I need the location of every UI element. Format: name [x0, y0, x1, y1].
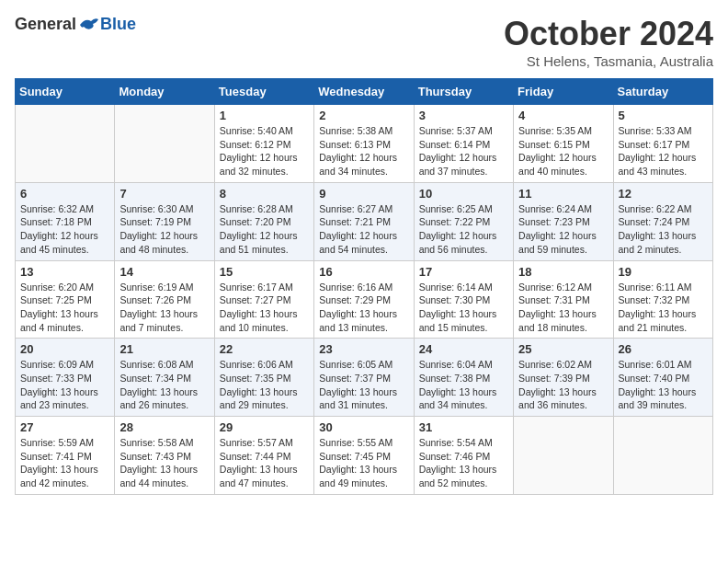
day-number: 11: [518, 187, 608, 201]
title-section: October 2024 St Helens, Tasmania, Austra…: [504, 15, 713, 69]
calendar-cell: 30Sunrise: 5:55 AM Sunset: 7:45 PM Dayli…: [314, 417, 414, 495]
calendar-cell: 3Sunrise: 5:37 AM Sunset: 6:14 PM Daylig…: [414, 105, 513, 183]
day-info: Sunrise: 5:37 AM Sunset: 6:14 PM Dayligh…: [419, 124, 508, 178]
column-header-thursday: Thursday: [414, 79, 513, 105]
day-number: 9: [319, 187, 408, 201]
calendar-cell: 20Sunrise: 6:09 AM Sunset: 7:33 PM Dayli…: [16, 339, 115, 417]
day-number: 5: [619, 109, 708, 122]
day-info: Sunrise: 5:57 AM Sunset: 7:44 PM Dayligh…: [220, 436, 309, 490]
calendar-cell: 19Sunrise: 6:11 AM Sunset: 7:32 PM Dayli…: [613, 260, 712, 339]
day-info: Sunrise: 5:59 AM Sunset: 7:41 PM Dayligh…: [20, 436, 109, 490]
day-number: 8: [220, 187, 309, 201]
day-info: Sunrise: 6:04 AM Sunset: 7:38 PM Dayligh…: [419, 358, 508, 412]
calendar-cell: 14Sunrise: 6:19 AM Sunset: 7:26 PM Dayli…: [115, 260, 214, 339]
calendar-cell: 31Sunrise: 5:54 AM Sunset: 7:46 PM Dayli…: [414, 417, 513, 495]
day-number: 15: [220, 265, 309, 279]
day-number: 31: [419, 420, 508, 434]
calendar-cell: 28Sunrise: 5:58 AM Sunset: 7:43 PM Dayli…: [115, 417, 214, 495]
day-info: Sunrise: 6:27 AM Sunset: 7:21 PM Dayligh…: [319, 202, 408, 257]
calendar-week-row: 20Sunrise: 6:09 AM Sunset: 7:33 PM Dayli…: [16, 339, 713, 417]
calendar-cell: 5Sunrise: 5:33 AM Sunset: 6:17 PM Daylig…: [613, 105, 712, 183]
day-number: 6: [20, 187, 109, 201]
day-info: Sunrise: 6:28 AM Sunset: 7:20 PM Dayligh…: [220, 202, 309, 257]
calendar-cell: [16, 105, 115, 183]
calendar-cell: 13Sunrise: 6:20 AM Sunset: 7:25 PM Dayli…: [16, 260, 115, 339]
day-info: Sunrise: 5:33 AM Sunset: 6:17 PM Dayligh…: [619, 124, 708, 178]
day-info: Sunrise: 6:24 AM Sunset: 7:23 PM Dayligh…: [518, 202, 608, 257]
day-number: 3: [419, 109, 508, 122]
calendar-header-row: SundayMondayTuesdayWednesdayThursdayFrid…: [16, 79, 713, 105]
calendar-cell: 16Sunrise: 6:16 AM Sunset: 7:29 PM Dayli…: [314, 260, 414, 339]
day-number: 2: [319, 109, 408, 122]
day-number: 16: [319, 265, 408, 279]
calendar-table: SundayMondayTuesdayWednesdayThursdayFrid…: [15, 78, 713, 495]
day-number: 23: [319, 342, 408, 356]
calendar-cell: 11Sunrise: 6:24 AM Sunset: 7:23 PM Dayli…: [514, 182, 613, 260]
day-info: Sunrise: 5:54 AM Sunset: 7:46 PM Dayligh…: [419, 436, 508, 490]
day-info: Sunrise: 6:22 AM Sunset: 7:24 PM Dayligh…: [619, 202, 708, 257]
logo: General Blue: [15, 15, 136, 34]
day-info: Sunrise: 6:09 AM Sunset: 7:33 PM Dayligh…: [20, 358, 109, 412]
column-header-saturday: Saturday: [613, 79, 712, 105]
location-subtitle: St Helens, Tasmania, Australia: [504, 53, 713, 69]
day-number: 1: [220, 109, 309, 122]
month-title: October 2024: [504, 15, 713, 53]
calendar-cell: 9Sunrise: 6:27 AM Sunset: 7:21 PM Daylig…: [314, 182, 414, 260]
logo-blue-text: Blue: [100, 15, 136, 34]
day-number: 28: [119, 420, 209, 434]
day-info: Sunrise: 6:20 AM Sunset: 7:25 PM Dayligh…: [20, 281, 109, 335]
day-number: 26: [619, 342, 708, 356]
calendar-cell: 26Sunrise: 6:01 AM Sunset: 7:40 PM Dayli…: [613, 339, 712, 417]
calendar-week-row: 27Sunrise: 5:59 AM Sunset: 7:41 PM Dayli…: [16, 417, 713, 495]
day-number: 7: [119, 187, 209, 201]
calendar-cell: 27Sunrise: 5:59 AM Sunset: 7:41 PM Dayli…: [16, 417, 115, 495]
day-info: Sunrise: 5:55 AM Sunset: 7:45 PM Dayligh…: [319, 436, 408, 490]
calendar-cell: 7Sunrise: 6:30 AM Sunset: 7:19 PM Daylig…: [115, 182, 214, 260]
calendar-cell: 10Sunrise: 6:25 AM Sunset: 7:22 PM Dayli…: [414, 182, 513, 260]
day-info: Sunrise: 5:40 AM Sunset: 6:12 PM Dayligh…: [220, 124, 309, 178]
day-info: Sunrise: 6:25 AM Sunset: 7:22 PM Dayligh…: [419, 202, 508, 257]
day-number: 17: [419, 265, 508, 279]
day-info: Sunrise: 6:11 AM Sunset: 7:32 PM Dayligh…: [619, 281, 708, 335]
day-info: Sunrise: 6:05 AM Sunset: 7:37 PM Dayligh…: [319, 358, 408, 412]
calendar-cell: [613, 417, 712, 495]
day-info: Sunrise: 5:58 AM Sunset: 7:43 PM Dayligh…: [119, 436, 209, 490]
day-info: Sunrise: 6:30 AM Sunset: 7:19 PM Dayligh…: [119, 202, 209, 257]
day-number: 25: [518, 342, 608, 356]
day-number: 12: [619, 187, 708, 201]
column-header-friday: Friday: [514, 79, 613, 105]
calendar-cell: 4Sunrise: 5:35 AM Sunset: 6:15 PM Daylig…: [514, 105, 613, 183]
day-info: Sunrise: 6:17 AM Sunset: 7:27 PM Dayligh…: [220, 281, 309, 335]
calendar-cell: [514, 417, 613, 495]
calendar-cell: 29Sunrise: 5:57 AM Sunset: 7:44 PM Dayli…: [214, 417, 313, 495]
day-number: 29: [220, 420, 309, 434]
calendar-cell: [115, 105, 214, 183]
day-info: Sunrise: 6:01 AM Sunset: 7:40 PM Dayligh…: [619, 358, 708, 412]
page-header: General Blue October 2024 St Helens, Tas…: [15, 15, 713, 69]
calendar-cell: 21Sunrise: 6:08 AM Sunset: 7:34 PM Dayli…: [115, 339, 214, 417]
day-number: 18: [518, 265, 608, 279]
calendar-cell: 17Sunrise: 6:14 AM Sunset: 7:30 PM Dayli…: [414, 260, 513, 339]
calendar-cell: 22Sunrise: 6:06 AM Sunset: 7:35 PM Dayli…: [214, 339, 313, 417]
calendar-week-row: 6Sunrise: 6:32 AM Sunset: 7:18 PM Daylig…: [16, 182, 713, 260]
column-header-monday: Monday: [115, 79, 214, 105]
day-number: 22: [220, 342, 309, 356]
day-info: Sunrise: 6:12 AM Sunset: 7:31 PM Dayligh…: [518, 281, 608, 335]
day-info: Sunrise: 6:32 AM Sunset: 7:18 PM Dayligh…: [20, 202, 109, 257]
day-info: Sunrise: 6:14 AM Sunset: 7:30 PM Dayligh…: [419, 281, 508, 335]
calendar-cell: 8Sunrise: 6:28 AM Sunset: 7:20 PM Daylig…: [214, 182, 313, 260]
calendar-cell: 6Sunrise: 6:32 AM Sunset: 7:18 PM Daylig…: [16, 182, 115, 260]
calendar-cell: 23Sunrise: 6:05 AM Sunset: 7:37 PM Dayli…: [314, 339, 414, 417]
column-header-tuesday: Tuesday: [214, 79, 313, 105]
day-number: 21: [119, 342, 209, 356]
day-info: Sunrise: 5:35 AM Sunset: 6:15 PM Dayligh…: [518, 124, 608, 178]
calendar-week-row: 13Sunrise: 6:20 AM Sunset: 7:25 PM Dayli…: [16, 260, 713, 339]
day-number: 30: [319, 420, 408, 434]
day-number: 4: [518, 109, 608, 122]
column-header-sunday: Sunday: [16, 79, 115, 105]
calendar-cell: 24Sunrise: 6:04 AM Sunset: 7:38 PM Dayli…: [414, 339, 513, 417]
day-number: 19: [619, 265, 708, 279]
day-info: Sunrise: 6:19 AM Sunset: 7:26 PM Dayligh…: [119, 281, 209, 335]
day-info: Sunrise: 6:06 AM Sunset: 7:35 PM Dayligh…: [220, 358, 309, 412]
day-number: 20: [20, 342, 109, 356]
